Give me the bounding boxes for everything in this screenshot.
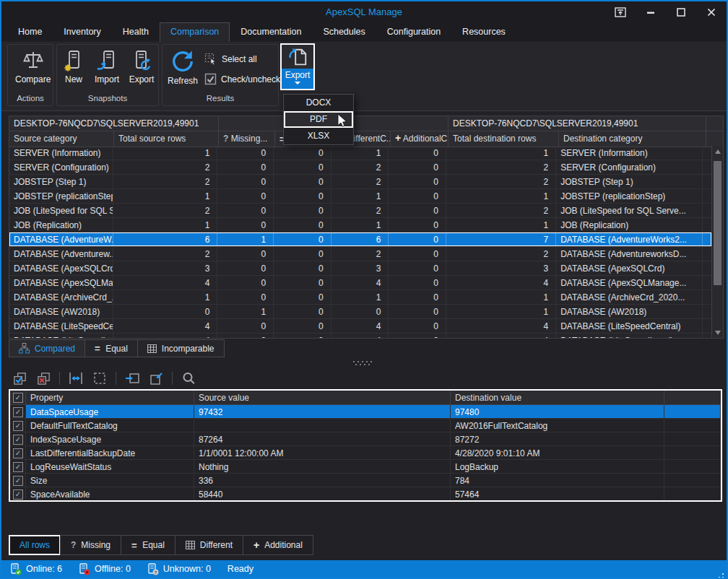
export-snapshot-button[interactable]: Export [125,49,158,84]
property-row[interactable]: ✓SpaceAvailable5844057464 [10,487,721,501]
property-row[interactable]: ✓IndexSpaceUsage8726487272 [10,432,721,446]
tab-inventory[interactable]: Inventory [53,22,111,42]
result-tab-label: Incomparable [162,344,214,354]
filter-tab-all-rows[interactable]: All rows [9,535,61,555]
property-toolbar [12,369,196,388]
maximize-button[interactable] [675,6,688,18]
filter-tab-different[interactable]: Different [175,535,243,555]
column-header-total-source-rows[interactable]: Total source rows [114,131,219,147]
tab-resources[interactable]: Resources [451,22,516,42]
filter-tab-equal[interactable]: =Equal [121,535,176,555]
checkbox-icon: ✓ [13,435,23,445]
grid-icon [147,344,157,353]
comparison-row[interactable]: DATABASE (LiteSpeedLoc...400404DATABASE … [9,334,711,338]
close-button[interactable] [705,6,718,18]
row-checkbox[interactable]: ✓ [10,446,26,459]
ribbon-pin-button[interactable] [614,6,627,18]
uncheck-all-button[interactable] [35,370,51,386]
column-header-additional[interactable]: + AdditionalC... [391,131,448,147]
scroll-down-arrow[interactable] [712,327,723,338]
comparison-row[interactable]: DATABASE (LiteSpeedCe...400404DATABASE (… [9,319,711,334]
filter-tab-additional[interactable]: +Additional [243,535,313,555]
comparison-row[interactable]: JOBSTEP (replicationStep)100101JOBSTEP (… [9,189,711,204]
filler-cell [664,405,721,418]
minimize-button[interactable] [644,6,657,18]
tab-configuration[interactable]: Configuration [376,22,451,42]
property-row[interactable]: ✓LastDifferentialBackupDate1/1/0001 12:0… [10,446,721,460]
destination-server-header[interactable]: DESKTOP-76NQCD7\SQLSERVER2019,49901 [448,116,706,131]
source-server-header[interactable]: DESKTOP-76NQCD7\SQLSERVER2019,49901 [9,116,219,131]
toolbar-separator [116,372,116,385]
scrollbar-thumb[interactable] [714,161,722,285]
tab-schedules[interactable]: Schedules [312,22,376,42]
result-tab-equal[interactable]: =Equal [84,339,138,357]
row-checkbox[interactable]: ✓ [10,405,26,418]
selection-box-button[interactable] [92,370,108,386]
column-header-destination-category[interactable]: Destination category [559,131,706,147]
cell: 2 [446,204,556,217]
tab-home[interactable]: Home [7,22,53,42]
comparison-row[interactable]: DATABASE (ArchiveCrd_...100101DATABASE (… [9,290,711,305]
menu-item-pdf[interactable]: PDF [284,111,353,128]
cell: 0 [274,247,332,261]
filter-tab-missing[interactable]: ?Missing [60,535,121,555]
column-header-destination-value[interactable]: Destination value [451,391,664,404]
cell [703,218,711,232]
menu-item-docx[interactable]: DOCX [284,95,353,111]
select-all-button[interactable]: Select all [204,53,257,66]
checkbox-icon: ✓ [13,448,23,458]
splitter-grip[interactable] [353,361,355,362]
cell: DATABASE (Adventurew... [9,247,113,261]
comparison-row[interactable]: JOB (Replication)100101JOB (Replication) [9,218,711,232]
property-row[interactable]: ✓DefaultFullTextCatalogAW2016FullTextCat… [10,419,721,432]
export-results-button[interactable]: Export [280,43,315,90]
comparison-row[interactable]: JOB (LiteSpeed for SQL S...200202JOB (Li… [9,204,711,218]
new-snapshot-button[interactable]: New [58,49,89,84]
search-button[interactable] [181,370,196,386]
filler-cell [664,487,721,500]
column-header-checkbox[interactable]: ✓ [10,391,26,404]
comparison-row[interactable]: SERVER (Configuration)200202SERVER (Conf… [9,160,711,175]
cell [703,334,711,338]
row-checkbox[interactable]: ✓ [10,419,26,432]
tab-comparison[interactable]: Comparison [160,22,230,42]
column-header-total-destination-rows[interactable]: Total destination rows [448,131,559,147]
vertical-scrollbar[interactable] [711,146,723,338]
property-rows: ✓DataSpaceUsage9743297480✓DefaultFullTex… [10,405,721,501]
source-value-cell: 97432 [194,405,451,418]
check-all-button[interactable] [12,370,27,386]
column-header-property[interactable]: Property [26,391,194,404]
row-checkbox[interactable]: ✓ [10,432,26,445]
check-uncheck-button[interactable]: Check/uncheck [204,73,290,85]
row-checkbox[interactable]: ✓ [10,487,26,500]
comparison-row[interactable]: DATABASE (ApexSQLCrd)300303DATABASE (Ape… [9,261,711,276]
comparison-row[interactable]: DATABASE (Adventurew...200202DATABASE (A… [9,247,711,261]
menu-item-xlsx[interactable]: XLSX [284,128,353,144]
result-tab-incomparable[interactable]: Incomparable [137,339,225,357]
import-grid-button[interactable] [148,370,164,386]
scroll-up-arrow[interactable] [712,146,723,157]
resize-grip[interactable] [722,573,724,575]
tab-documentation[interactable]: Documentation [230,22,312,42]
cell: 0 [389,305,446,318]
result-tab-compared[interactable]: Compared [9,339,85,357]
comparison-row[interactable]: DATABASE (AdventureW...610607DATABASE (A… [9,232,711,247]
comparison-row[interactable]: SERVER (Information)100101SERVER (Inform… [9,146,711,160]
column-header-source-category[interactable]: Source category [9,131,114,147]
export-grid-button[interactable] [124,370,140,386]
tab-health[interactable]: Health [112,22,160,42]
comparison-row[interactable]: DATABASE (ApexSQLMan...400404DATABASE (A… [9,276,711,290]
property-row[interactable]: ✓LogReuseWaitStatusNothingLogBackup [10,460,721,474]
column-header-missing[interactable]: ? Missing... [219,131,275,147]
fit-columns-button[interactable] [68,370,84,386]
import-snapshot-button[interactable]: Import [90,49,124,84]
refresh-button[interactable]: Refresh [164,49,202,86]
property-row[interactable]: ✓Size336784 [10,474,721,487]
property-row[interactable]: ✓DataSpaceUsage9743297480 [10,405,721,419]
compare-button[interactable]: Compare [15,49,51,84]
row-checkbox[interactable]: ✓ [10,474,26,487]
comparison-row[interactable]: DATABASE (AW2018)010001DATABASE (AW2018) [9,305,711,319]
column-header-source-value[interactable]: Source value [194,391,451,404]
row-checkbox[interactable]: ✓ [10,460,26,473]
comparison-row[interactable]: JOBSTEP (Step 1)200202JOBSTEP (Step 1) [9,175,711,189]
